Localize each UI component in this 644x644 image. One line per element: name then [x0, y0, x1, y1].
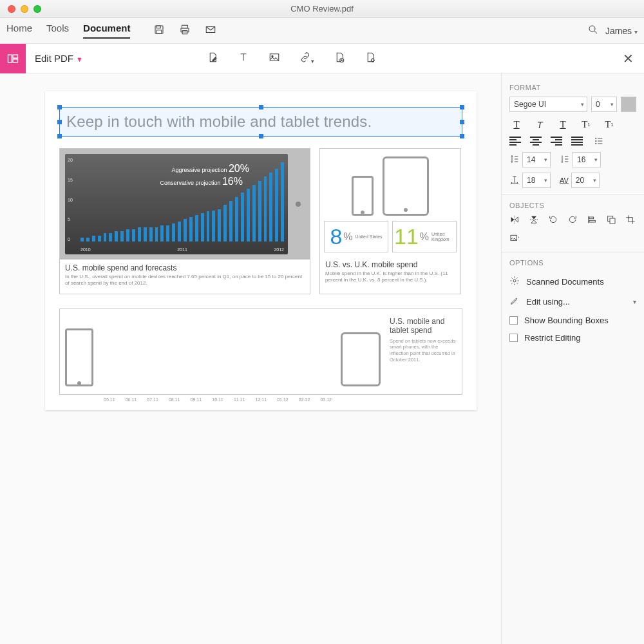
add-text-icon[interactable]	[238, 52, 249, 66]
tab-document[interactable]: Document	[83, 23, 130, 39]
gear-icon	[509, 276, 520, 288]
checkbox-icon[interactable]	[509, 334, 518, 342]
arrange-icon[interactable]	[606, 214, 616, 227]
text-color-swatch[interactable]	[621, 97, 636, 112]
add-link-icon[interactable]: ▾	[299, 52, 314, 66]
char-spacing-icon: AV	[560, 176, 569, 184]
align-center-icon[interactable]	[530, 137, 542, 146]
forecast-bar-chart: 20151050 201020112012 Aggressive project…	[65, 154, 288, 254]
window-minimize-button[interactable]	[21, 5, 28, 13]
chartC-title: U.S. mobile and tablet spend	[390, 317, 457, 336]
user-menu[interactable]: James ▾	[605, 26, 638, 36]
mobile-tablet-bar-chart: 05.1106.1107.1108.1109.1110.1111.1112.11…	[99, 309, 337, 394]
align-right-icon[interactable]	[551, 137, 562, 146]
format-heading: FORMAT	[509, 84, 636, 91]
chart-card-forecasts: 20151050 201020112012 Aggressive project…	[59, 148, 310, 294]
svg-rect-8	[8, 55, 12, 62]
flip-vertical-icon[interactable]	[529, 214, 539, 227]
restrict-editing-option[interactable]: Restrict Editing	[509, 329, 636, 346]
mode-badge-icon[interactable]	[0, 44, 26, 73]
bold-icon[interactable]: T	[509, 118, 524, 130]
tab-home[interactable]: Home	[6, 23, 32, 39]
svg-rect-1	[157, 26, 161, 28]
window-maximize-button[interactable]	[33, 5, 41, 13]
show-bounding-boxes-option[interactable]: Show Bounding Boxes	[509, 312, 636, 329]
crop-icon[interactable]	[625, 214, 636, 227]
svg-rect-21	[610, 218, 615, 223]
chartB-desc: Mobile spend in the U.K. is higher than …	[325, 270, 455, 284]
paragraph-spacing-icon	[560, 154, 570, 166]
chartA-desc: In the U.S., overall spend on mobile dev…	[65, 274, 305, 287]
tab-tools[interactable]: Tools	[46, 23, 69, 39]
italic-icon[interactable]: T	[533, 118, 547, 130]
flip-horizontal-icon[interactable]	[509, 214, 520, 227]
page-settings-icon[interactable]	[365, 52, 376, 66]
format-panel: FORMAT Segoe UI 0 T T T T1 T1 14 16 18 A…	[501, 73, 644, 644]
replace-image-icon[interactable]	[509, 233, 520, 245]
pdf-page: Keep in touch with mobile and tablet tre…	[45, 91, 477, 410]
phone-icon	[65, 328, 93, 386]
svg-rect-9	[13, 55, 18, 58]
superscript-icon[interactable]: T1	[579, 118, 593, 130]
tablet-icon	[341, 332, 381, 386]
search-icon[interactable]	[587, 24, 599, 37]
horizontal-scale-icon	[509, 175, 520, 187]
window-title: CMO Review.pdf	[0, 4, 644, 14]
chartB-title: U.S. vs. U.K. mobile spend	[325, 260, 455, 269]
line-spacing-dropdown[interactable]: 14	[522, 152, 551, 167]
align-objects-icon[interactable]	[587, 214, 597, 227]
edit-page-icon[interactable]	[207, 52, 218, 66]
add-image-icon[interactable]	[269, 52, 280, 66]
chartA-title: U.S. mobile spend and forecasts	[65, 263, 305, 272]
selected-text-frame[interactable]: Keep in touch with mobile and tablet tre…	[59, 107, 462, 137]
underline-icon[interactable]: T	[556, 118, 570, 130]
print-icon[interactable]	[179, 24, 191, 38]
align-left-icon[interactable]	[509, 137, 521, 146]
chartC-desc: Spend on tablets now exceeds smart phone…	[390, 338, 457, 363]
edit-toolbar: Edit PDF▼ ▾ ✕	[0, 44, 644, 73]
svg-rect-3	[182, 25, 188, 28]
add-page-icon[interactable]	[334, 52, 345, 66]
save-icon[interactable]	[153, 24, 165, 38]
mode-dropdown[interactable]: Edit PDF▼	[35, 53, 83, 64]
scanned-documents-option[interactable]: Scanned Documents	[509, 272, 636, 292]
svg-rect-10	[13, 59, 18, 62]
paragraph-spacing-dropdown[interactable]: 16	[573, 152, 601, 167]
svg-rect-18	[589, 217, 594, 219]
chart-card-mobile-tablet: 05.1106.1107.1108.1109.1110.1111.1112.11…	[59, 308, 462, 395]
line-spacing-icon	[509, 154, 520, 166]
close-panel-button[interactable]: ✕	[623, 51, 634, 66]
list-icon[interactable]	[592, 135, 606, 147]
window-close-button[interactable]	[8, 5, 15, 13]
chart-card-us-uk: 8%United States 11%United Kingdom U.S. v…	[319, 148, 461, 294]
document-canvas[interactable]: Keep in touch with mobile and tablet tre…	[0, 73, 501, 644]
horizontal-scale-dropdown[interactable]: 18	[522, 173, 551, 188]
svg-rect-2	[157, 30, 162, 33]
app-menubar: Home Tools Document James ▾	[0, 18, 644, 44]
phone-icon	[352, 176, 374, 216]
tablet-icon	[383, 156, 429, 216]
edit-using-option[interactable]: Edit using... ▾	[509, 292, 636, 312]
svg-point-23	[513, 279, 516, 282]
svg-point-17	[596, 143, 596, 144]
rotate-ccw-icon[interactable]	[548, 214, 558, 227]
svg-point-15	[596, 138, 596, 138]
window-titlebar: CMO Review.pdf	[0, 0, 644, 18]
svg-rect-19	[589, 220, 595, 222]
svg-point-16	[596, 140, 596, 141]
options-heading: OPTIONS	[509, 259, 636, 267]
align-justify-icon[interactable]	[571, 137, 583, 146]
mail-icon[interactable]	[205, 24, 216, 38]
objects-heading: OBJECTS	[509, 202, 636, 209]
subscript-icon[interactable]: T1	[602, 118, 616, 130]
checkbox-icon[interactable]	[509, 316, 518, 325]
font-family-dropdown[interactable]: Segoe UI	[509, 97, 587, 112]
pencil-icon	[509, 296, 520, 308]
svg-point-7	[589, 26, 595, 32]
headline-text[interactable]: Keep in touch with mobile and tablet tre…	[66, 113, 455, 131]
rotate-cw-icon[interactable]	[567, 214, 578, 227]
char-spacing-dropdown[interactable]: 20	[571, 173, 600, 188]
font-size-dropdown[interactable]: 0	[591, 97, 617, 112]
